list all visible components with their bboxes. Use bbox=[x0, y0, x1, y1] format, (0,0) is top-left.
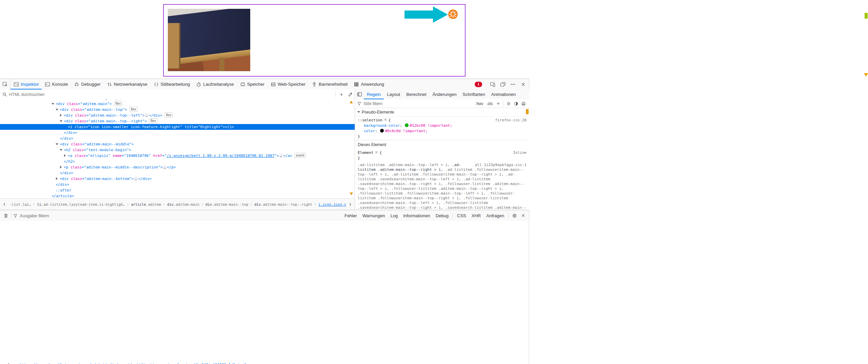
sidebar-tab-regeln[interactable]: Regeln bbox=[364, 89, 384, 99]
light-color-scheme-icon[interactable] bbox=[505, 100, 512, 108]
expander-icon[interactable] bbox=[56, 141, 60, 147]
pick-element-icon[interactable] bbox=[0, 79, 11, 89]
menu-dots-icon[interactable] bbox=[509, 80, 517, 88]
markup-row[interactable]: <div class="aditem-main">flex bbox=[0, 101, 355, 107]
rule-source-link[interactable]: all.1i23p9epkfqga.css:1 bbox=[475, 163, 527, 167]
clear-console-icon[interactable] bbox=[1, 211, 10, 220]
sidebar-tab-schriftarten[interactable]: Schriftarten bbox=[459, 89, 488, 99]
console-entry-link[interactable]: https://www.ebay-kleinanzeigen.de/static… bbox=[20, 363, 246, 364]
markup-row[interactable]: </h2> bbox=[0, 159, 355, 164]
sidebar-toggle-icon[interactable] bbox=[355, 89, 364, 99]
rule-selector[interactable]: .followuser-listitem .followuseritem-mai… bbox=[358, 191, 488, 196]
flex-badge[interactable]: flex bbox=[164, 113, 173, 118]
rule-selector[interactable]: .ad-listitem .followuseritem-main--top--… bbox=[391, 172, 506, 177]
console-settings-gear-icon[interactable] bbox=[510, 211, 519, 220]
markup-row[interactable]: ::after bbox=[0, 187, 355, 193]
dark-color-scheme-icon[interactable] bbox=[512, 100, 520, 108]
error-count-badge[interactable]: 1 bbox=[475, 82, 482, 87]
tab-anwendung[interactable]: Anwendung bbox=[351, 79, 387, 89]
pseudo-class-panel-button[interactable]: :hov bbox=[474, 101, 485, 107]
markup-row[interactable]: <div class="aditem-main--middle"> bbox=[0, 141, 355, 147]
markup-row[interactable]: <p class="aditem-main--middle--descripti… bbox=[0, 164, 355, 170]
console-filter-css[interactable]: CSS bbox=[454, 212, 469, 219]
sidebar-tab-berechnet[interactable]: Berechnet bbox=[403, 89, 429, 99]
markup-row[interactable]: <i class="icon icon-smaller icon-feature… bbox=[0, 124, 355, 130]
tab-netzwerkanalyse[interactable]: Netzwerkanalyse bbox=[104, 79, 151, 89]
tab-konsole[interactable]: Konsole bbox=[42, 79, 71, 89]
flex-badge[interactable]: flex bbox=[114, 101, 123, 106]
console-filter-anfragen[interactable]: Anfragen bbox=[484, 212, 507, 219]
add-rule-icon[interactable] bbox=[494, 100, 502, 108]
expander-icon[interactable] bbox=[60, 118, 64, 124]
breadcrumb-item[interactable]: -list.laz… bbox=[9, 202, 31, 206]
selector-highlighter-icon[interactable] bbox=[375, 150, 378, 154]
flex-badge[interactable]: flex bbox=[149, 118, 158, 123]
breadcrumb-item[interactable]: i.icon.icon-smaller.icon-feature-highlig… bbox=[318, 202, 346, 206]
add-node-icon[interactable] bbox=[337, 90, 346, 99]
tab-speicher[interactable]: Speicher bbox=[237, 79, 268, 89]
console-filter-debug[interactable]: Debug bbox=[433, 212, 451, 219]
tab-barrierefreiheit[interactable]: Barrierefreiheit bbox=[309, 79, 351, 89]
expander-icon[interactable] bbox=[56, 107, 60, 113]
markup-row[interactable]: </div> bbox=[0, 182, 355, 187]
markup-row[interactable]: </div> bbox=[0, 136, 355, 141]
breadcrumb-back-icon[interactable] bbox=[0, 199, 9, 210]
console-filter-xhr[interactable]: XHR bbox=[469, 212, 484, 219]
close-console-icon[interactable] bbox=[519, 211, 528, 220]
flex-badge[interactable]: flex bbox=[129, 107, 138, 112]
eyedropper-icon[interactable] bbox=[346, 90, 355, 99]
tab-stilbearbeitung[interactable]: Stilbearbeitung bbox=[151, 79, 193, 89]
selector-highlighter-icon[interactable] bbox=[384, 118, 387, 121]
expander-icon[interactable] bbox=[52, 101, 56, 107]
expander-icon[interactable] bbox=[60, 113, 64, 118]
rule-source-link[interactable]: firefox.css:28 bbox=[495, 118, 527, 123]
markup-search-input[interactable]: HTML durchsuchen bbox=[9, 92, 44, 97]
markup-row[interactable]: <div class="aditem-main--top">flex bbox=[0, 107, 355, 113]
sidebar-tab-animationen[interactable]: Animationen bbox=[488, 89, 519, 99]
expander-icon[interactable] bbox=[60, 147, 64, 153]
console-filter-log[interactable]: Log bbox=[388, 212, 401, 219]
sidebar-tab-aenderungen[interactable]: Änderungen bbox=[430, 89, 460, 99]
declaration[interactable]: background-color: #12bc00 !important; bbox=[358, 123, 527, 128]
console-filter-informationen[interactable]: Informationen bbox=[400, 212, 433, 219]
markup-row[interactable]: <div class="aditem-main--top--left">…</d… bbox=[0, 113, 355, 118]
markup-row[interactable]: <h2 class="text-module-begin"> bbox=[0, 147, 355, 153]
tab-laufzeitanalyse[interactable]: Laufzeitanalyse bbox=[193, 79, 237, 89]
console-filter-input[interactable]: Ausgabe filtern bbox=[20, 213, 49, 218]
tab-debugger[interactable]: Debugger bbox=[71, 79, 103, 89]
rule-selector[interactable]: .ad-listitem .aditem-main--top--left > i… bbox=[358, 163, 452, 167]
console-filter-warnungen[interactable]: Warnungen bbox=[360, 212, 388, 219]
breadcrumb-item[interactable]: div.aditem-main bbox=[167, 202, 199, 206]
breadcrumb-item[interactable]: div.aditem-main--top--right bbox=[254, 202, 312, 206]
markup-row[interactable]: <a class="ellipsis" name="1948618706" hr… bbox=[0, 153, 355, 159]
rule-selector[interactable]: .followuser-listitem .aditem-main--top--… bbox=[391, 186, 504, 191]
breadcrumb-item[interactable]: article.aditem bbox=[131, 202, 161, 206]
tab-web-speicher[interactable]: Web-Speicher bbox=[268, 79, 309, 89]
markup-row[interactable]: <div class="aditem-main--bottom">…</div> bbox=[0, 176, 355, 182]
highlight-starburst-icon[interactable] bbox=[448, 9, 458, 19]
markup-row[interactable]: </div> bbox=[0, 170, 355, 176]
event-badge[interactable]: event bbox=[294, 153, 306, 158]
expander-icon[interactable] bbox=[60, 164, 64, 170]
expander-icon[interactable] bbox=[56, 176, 60, 182]
class-panel-button[interactable]: .cls bbox=[485, 101, 494, 107]
pseudo-elements-header[interactable]: Pseudo-Elemente bbox=[355, 108, 529, 117]
rule-selector[interactable]: ::selection bbox=[358, 118, 382, 122]
color-swatch[interactable] bbox=[380, 129, 384, 133]
style-filter-input[interactable]: Stile filtern bbox=[363, 101, 382, 106]
close-devtools-icon[interactable] bbox=[519, 80, 528, 88]
print-simulation-icon[interactable] bbox=[520, 100, 527, 108]
declaration[interactable]: color: #0c0c0d !important; bbox=[358, 128, 527, 134]
separate-window-icon[interactable] bbox=[498, 80, 507, 88]
rule-source-link[interactable]: Inline bbox=[513, 150, 527, 156]
element-rule-selector[interactable]: Element bbox=[358, 150, 373, 155]
color-swatch[interactable] bbox=[405, 123, 409, 127]
breadcrumb-item[interactable]: li.ad-listitem.lazyload-item.is-highligh… bbox=[37, 202, 125, 206]
breadcrumb-item[interactable]: div.aditem-main--top bbox=[205, 202, 248, 206]
markup-row[interactable]: <div class="aditem-main--top--right">fle… bbox=[0, 118, 355, 124]
markup-row[interactable]: </article> bbox=[0, 193, 355, 198]
breadcrumb-forward-icon[interactable] bbox=[346, 199, 355, 210]
console-filter-fehler[interactable]: Fehler bbox=[342, 212, 360, 219]
sidebar-tab-layout[interactable]: Layout bbox=[384, 89, 403, 99]
tab-inspektor[interactable]: Inspektor bbox=[11, 79, 42, 89]
